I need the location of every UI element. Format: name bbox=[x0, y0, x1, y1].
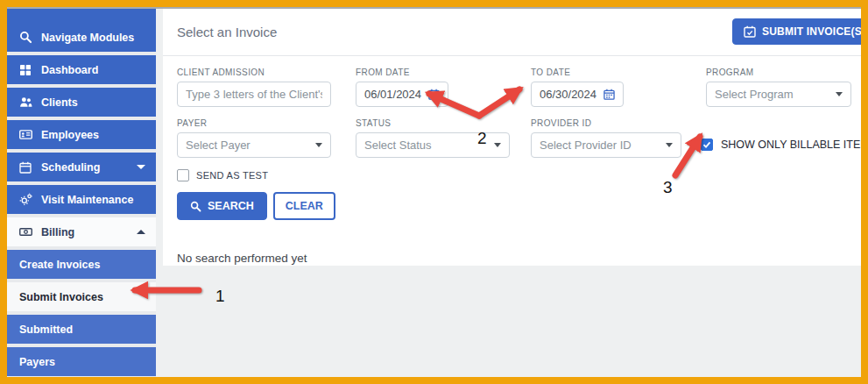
sidebar-item-label: Submit Invoices bbox=[19, 291, 103, 303]
provider-id-value: Select Provider ID bbox=[540, 139, 666, 152]
program-field: PROGRAM Select Program bbox=[706, 68, 851, 107]
client-admission-field: CLIENT ADMISSION bbox=[177, 68, 331, 107]
payer-field: PAYER Select Payer bbox=[177, 118, 331, 158]
sidebar-item-navigate-modules[interactable]: Navigate Modules bbox=[7, 23, 156, 52]
calendar-icon[interactable] bbox=[603, 89, 615, 100]
main-content: Select an Invoice SUBMIT INVOICE(S) CLIE… bbox=[156, 9, 868, 377]
submit-invoices-button[interactable]: SUBMIT INVOICE(S) bbox=[732, 18, 868, 45]
sidebar-item-visit-maintenance[interactable]: Visit Maintenance bbox=[7, 185, 156, 214]
clear-button[interactable]: CLEAR bbox=[273, 192, 335, 220]
sidebar-item-label: Clients bbox=[41, 96, 78, 109]
empty-results-message: No search performed yet bbox=[163, 252, 868, 265]
gears-icon bbox=[19, 193, 32, 206]
sidebar-item-create-invoices[interactable]: Create Invoices bbox=[7, 250, 156, 279]
payer-select[interactable]: Select Payer bbox=[177, 132, 331, 158]
caret-down-icon bbox=[494, 143, 501, 147]
provider-id-field: PROVIDER ID Select Provider ID bbox=[531, 118, 681, 158]
sidebar-item-label: Submitted bbox=[19, 324, 73, 336]
status-select[interactable]: Select Status bbox=[356, 132, 510, 158]
program-select[interactable]: Select Program bbox=[706, 82, 851, 107]
select-invoice-panel: Select an Invoice SUBMIT INVOICE(S) CLIE… bbox=[163, 9, 868, 266]
search-icon bbox=[190, 201, 201, 212]
provider-id-select[interactable]: Select Provider ID bbox=[531, 132, 681, 158]
sidebar-top bbox=[7, 9, 156, 23]
money-icon bbox=[19, 225, 32, 238]
sidebar-item-label: Scheduling bbox=[41, 161, 100, 174]
sidebar-item-label: Navigate Modules bbox=[41, 32, 134, 44]
calendar-check-icon bbox=[744, 25, 756, 38]
sidebar: Navigate Modules Dashboard Clients Emplo… bbox=[7, 9, 156, 377]
search-button-label: SEARCH bbox=[208, 200, 254, 212]
from-date-input[interactable]: 06/01/2024 bbox=[356, 82, 448, 107]
calendar-icon bbox=[19, 160, 32, 174]
clear-button-label: CLEAR bbox=[286, 200, 323, 212]
calendar-icon[interactable] bbox=[428, 89, 440, 100]
sidebar-item-payers[interactable]: Payers bbox=[7, 347, 156, 376]
sidebar-item-submit-invoices[interactable]: Submit Invoices bbox=[7, 282, 156, 311]
chevron-up-icon bbox=[137, 230, 145, 234]
caret-down-icon bbox=[666, 143, 673, 147]
status-value: Select Status bbox=[364, 139, 494, 152]
send-as-test-row[interactable]: SEND AS TEST bbox=[177, 169, 868, 181]
client-admission-input[interactable] bbox=[177, 82, 331, 107]
billable-checkbox-row[interactable]: SHOW ONLY BILLABLE ITEMS bbox=[701, 139, 868, 151]
to-date-label: TO DATE bbox=[531, 68, 624, 77]
billable-checkbox-label: SHOW ONLY BILLABLE ITEMS bbox=[721, 139, 868, 151]
to-date-input[interactable]: 06/30/2024 bbox=[531, 82, 624, 107]
caret-down-icon bbox=[315, 143, 322, 147]
users-icon bbox=[19, 96, 32, 109]
send-as-test-checkbox[interactable] bbox=[177, 169, 189, 181]
from-date-label: FROM DATE bbox=[356, 68, 448, 77]
sidebar-item-label: Dashboard bbox=[41, 64, 98, 76]
to-date-field: TO DATE 06/30/2024 bbox=[531, 68, 624, 107]
sidebar-item-label: Visit Maintenance bbox=[41, 194, 133, 206]
sidebar-item-label: Billing bbox=[41, 226, 74, 238]
sidebar-item-clients[interactable]: Clients bbox=[7, 88, 156, 117]
sidebar-item-dashboard[interactable]: Dashboard bbox=[7, 55, 156, 84]
grid-icon bbox=[19, 63, 32, 76]
sidebar-item-label: Payers bbox=[19, 356, 55, 368]
sidebar-item-billing[interactable]: Billing bbox=[7, 217, 156, 246]
sidebar-item-label: Employees bbox=[41, 129, 99, 141]
search-icon bbox=[19, 31, 32, 44]
submit-invoices-label: SUBMIT INVOICE(S) bbox=[762, 25, 865, 38]
billable-checkbox[interactable] bbox=[701, 139, 713, 151]
program-value: Select Program bbox=[715, 88, 836, 101]
sidebar-item-scheduling[interactable]: Scheduling bbox=[7, 153, 156, 181]
from-date-field: FROM DATE 06/01/2024 bbox=[356, 68, 448, 107]
payer-value: Select Payer bbox=[186, 139, 315, 152]
invoice-search-form: CLIENT ADMISSION FROM DATE 06/01/2024 bbox=[163, 56, 868, 220]
page-title: Select an Invoice bbox=[177, 25, 277, 39]
provider-id-label: PROVIDER ID bbox=[531, 118, 681, 128]
search-button[interactable]: SEARCH bbox=[177, 192, 267, 220]
sidebar-item-employees[interactable]: Employees bbox=[7, 120, 156, 149]
sidebar-item-submitted[interactable]: Submitted bbox=[7, 315, 156, 344]
chevron-down-icon bbox=[137, 165, 145, 169]
send-as-test-label: SEND AS TEST bbox=[196, 170, 268, 181]
to-date-value: 06/30/2024 bbox=[540, 88, 603, 101]
status-label: STATUS bbox=[356, 118, 510, 128]
caret-down-icon bbox=[836, 92, 843, 96]
status-field: STATUS Select Status bbox=[356, 118, 510, 158]
program-label: PROGRAM bbox=[706, 68, 851, 77]
payer-label: PAYER bbox=[177, 118, 331, 128]
sidebar-item-label: Create Invoices bbox=[19, 259, 100, 271]
from-date-value: 06/01/2024 bbox=[364, 88, 428, 101]
id-card-icon bbox=[19, 128, 32, 141]
screenshot-frame: Navigate Modules Dashboard Clients Emplo… bbox=[0, 0, 868, 384]
client-admission-label: CLIENT ADMISSION bbox=[177, 68, 331, 77]
